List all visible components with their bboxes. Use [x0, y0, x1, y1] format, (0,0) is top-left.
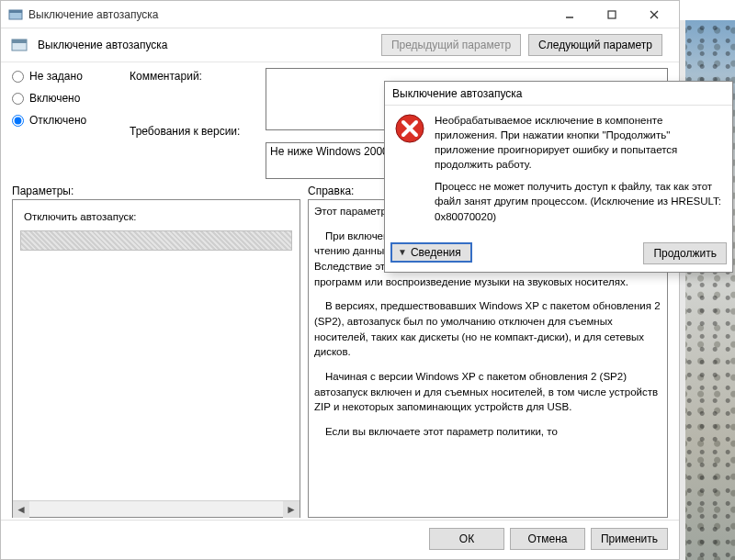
- error-icon: [394, 113, 425, 144]
- radio-enabled[interactable]: Включено: [12, 92, 122, 105]
- options-section-label: Параметры:: [12, 185, 308, 197]
- radio-not-configured-input[interactable]: [12, 71, 24, 83]
- ok-button[interactable]: ОК: [429, 528, 504, 550]
- next-setting-button[interactable]: Следующий параметр: [528, 34, 662, 56]
- error-dialog: Выключение автозапуска Необрабатываемое …: [384, 81, 733, 273]
- close-button[interactable]: [633, 2, 675, 28]
- error-message-2: Процесс не может получить доступ к файлу…: [435, 179, 723, 223]
- maximize-button[interactable]: [591, 2, 633, 28]
- help-paragraph: В версиях, предшествовавших Windows XP с…: [314, 298, 662, 360]
- cancel-button[interactable]: Отмена: [510, 528, 585, 550]
- error-dialog-titlebar[interactable]: Выключение автозапуска: [385, 82, 732, 106]
- app-icon: [8, 7, 23, 22]
- radio-not-configured[interactable]: Не задано: [12, 70, 122, 83]
- header: Выключение автозапуска Предыдущий параме…: [1, 28, 679, 62]
- radio-not-configured-label: Не задано: [29, 70, 83, 83]
- help-paragraph: Начиная с версии Windows XP с пакетом об…: [314, 369, 662, 415]
- svg-rect-1: [9, 10, 22, 13]
- options-panel: Отключить автозапуск: ◄ ►: [12, 199, 300, 518]
- options-dropdown-disabled: [20, 230, 292, 251]
- details-button[interactable]: ▼ Сведения: [390, 242, 472, 263]
- error-dialog-body: Необрабатываемое исключение в компоненте…: [385, 106, 732, 241]
- minimize-button[interactable]: [548, 2, 591, 28]
- details-button-label: Сведения: [411, 246, 461, 259]
- policy-title: Выключение автозапуска: [38, 39, 372, 51]
- dialog-footer: ОК Отмена Применить: [1, 520, 679, 559]
- options-panel-body[interactable]: Отключить автозапуск:: [13, 200, 300, 500]
- comment-label: Комментарий:: [130, 70, 258, 83]
- window-title: Выключение автозапуска: [28, 8, 548, 21]
- titlebar[interactable]: Выключение автозапуска: [1, 1, 679, 28]
- options-subtitle: Отключить автозапуск:: [18, 204, 294, 227]
- continue-button[interactable]: Продолжить: [643, 242, 727, 264]
- radio-disabled-label: Отключено: [29, 114, 86, 127]
- requirements-label: Требования к версии:: [130, 125, 258, 138]
- radio-enabled-label: Включено: [29, 92, 80, 105]
- help-paragraph: Если вы включаете этот параметр политики…: [314, 424, 662, 440]
- options-hscrollbar[interactable]: ◄ ►: [13, 500, 300, 517]
- policy-icon: [10, 36, 28, 54]
- scroll-right-icon[interactable]: ►: [283, 501, 300, 518]
- error-message-1: Необрабатываемое исключение в компоненте…: [435, 113, 723, 172]
- error-text: Необрабатываемое исключение в компоненте…: [435, 113, 723, 231]
- radio-disabled-input[interactable]: [12, 115, 24, 127]
- radio-disabled[interactable]: Отключено: [12, 114, 122, 127]
- scroll-track[interactable]: [29, 501, 283, 517]
- previous-setting-button[interactable]: Предыдущий параметр: [381, 34, 521, 56]
- scroll-left-icon[interactable]: ◄: [13, 501, 29, 518]
- apply-button[interactable]: Применить: [591, 528, 668, 550]
- error-dialog-title: Выключение автозапуска: [392, 87, 727, 100]
- svg-rect-3: [608, 11, 616, 18]
- error-dialog-buttons: ▼ Сведения Продолжить: [385, 241, 732, 272]
- chevron-down-icon: ▼: [398, 247, 407, 257]
- svg-rect-7: [12, 39, 27, 43]
- radio-enabled-input[interactable]: [12, 93, 24, 105]
